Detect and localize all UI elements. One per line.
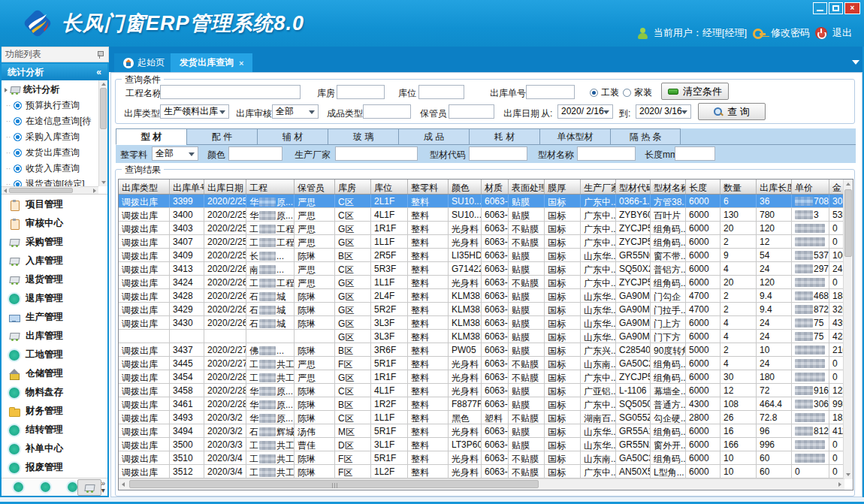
table-row[interactable]: 调拨出库35102020/3/4工共工程陈琳F区5R1F整料光身料6063-T5… (119, 451, 844, 465)
column-header-maker[interactable]: 生产厂家 (581, 180, 616, 194)
clear-conditions-button[interactable]: 清空条件 (661, 83, 729, 100)
material-tab-辅材[interactable]: 辅 材 (257, 128, 328, 145)
module-dot-icon[interactable] (14, 482, 23, 492)
tree-item-在途信息查询[待[interactable]: ··在途信息查询[待 (3, 113, 98, 129)
column-header-surface[interactable]: 表面处理 (509, 180, 545, 194)
column-header-date[interactable]: 出库日期 (204, 180, 246, 194)
tree-item-退货查询[待定][interactable]: ··退货查询[待定] (3, 177, 98, 186)
sidebar-module-入库管理[interactable]: 入库管理 (2, 252, 107, 270)
column-header-length[interactable]: 长度 (686, 180, 721, 194)
sidebar-module-退货管理[interactable]: 退货管理 (2, 270, 107, 289)
minimize-button[interactable] (813, 2, 827, 14)
tree-item-发货出库查询[interactable]: ··发货出库查询 (3, 145, 98, 161)
sidebar-module-审核中心[interactable]: 审核中心 (2, 214, 107, 233)
table-row[interactable]: 调拨出库34002020/2/25华原...严思C区4L1F整料SU10...6… (119, 208, 844, 222)
table-row[interactable]: 调拨出库34932020/3/2华原...陈琳C区1L1F整料黑色塑料不贴膜国标… (119, 411, 844, 424)
radio-gongzhuang[interactable]: 工装 (590, 86, 619, 99)
close-button[interactable]: × (844, 2, 860, 14)
tree-root-statistics[interactable]: 统计分析 (3, 82, 98, 98)
table-row[interactable]: 调拨出库34292020/2/26石城陈琳G区5R2F整料KLM38176063… (119, 303, 844, 316)
grid-horizontal-scrollbar[interactable] (119, 478, 844, 490)
tree-item-预算执行查询[interactable]: ··预算执行查询 (3, 98, 98, 113)
maker-input[interactable] (335, 146, 418, 161)
column-header-type[interactable]: 出库类型 (119, 180, 170, 194)
sidebar-module-项目管理[interactable]: 项目管理 (2, 195, 107, 214)
table-row[interactable]: 调拨出库34942020/3/2石辉城汤伟M区5R1F整料光身料6063-T5贴… (119, 424, 844, 438)
material-tab-玻璃[interactable]: 玻 璃 (328, 128, 398, 145)
sidebar-module-财务管理[interactable]: 财务管理 (2, 402, 107, 421)
tree-expander-icon[interactable] (5, 88, 8, 92)
column-header-code[interactable]: 型材代码 (616, 180, 651, 194)
tree-item-收货入库查询[interactable]: ··收货入库查询 (3, 161, 98, 177)
material-tab-型材[interactable]: 型 材 (116, 128, 186, 145)
maximize-button[interactable] (829, 2, 843, 14)
profile-code-input[interactable] (469, 146, 527, 161)
audit-select[interactable]: 全部 (272, 104, 319, 119)
sidebar-module-结转管理[interactable]: 结转管理 (2, 421, 107, 439)
warehouse-input[interactable] (337, 85, 385, 99)
column-header-warehouse[interactable]: 库房 (335, 180, 371, 194)
outbound-no-input[interactable] (526, 85, 575, 99)
collapse-icon[interactable]: « (96, 64, 101, 80)
tree-item-采购入库查询[interactable]: ··采购入库查询 (3, 129, 98, 145)
table-row[interactable]: 调拨出库34612020/2/28华原...陈琳B区1R2F整料F8877FT6… (119, 397, 844, 411)
column-header-keeper[interactable]: 保管员 (295, 180, 335, 194)
grid-vertical-scrollbar[interactable] (843, 180, 853, 479)
table-row[interactable]: 调拨出库34092020/2/25长...陈琳B区2R5F整料LI35HD606… (119, 249, 844, 262)
table-row[interactable]: G区3L3F整料KLM38176063-T5贴膜国标山东华...GA90M09.… (119, 330, 844, 343)
column-header-project[interactable]: 工程 (246, 180, 295, 194)
product-type-input[interactable] (363, 104, 411, 119)
sidebar-module-出库管理[interactable]: 出库管理 (2, 327, 107, 346)
column-header-qty[interactable]: 数量 (721, 180, 757, 194)
table-row[interactable]: 调拨出库33992020/2/25华原...严思C区2L1F整料SU10...6… (119, 195, 844, 208)
module-dot-icon[interactable] (68, 482, 77, 492)
project-name-input[interactable] (160, 85, 301, 99)
sidebar-module-采购管理[interactable]: 采购管理 (2, 233, 107, 252)
sidebar-module-生产管理[interactable]: 生产管理 (2, 308, 107, 327)
table-row[interactable]: 调拨出库34242020/2/26工工程严思G区1L1F整料光身料6063-T5… (119, 276, 844, 289)
column-header-whole[interactable]: 整零料 (408, 180, 449, 194)
tree-horizontal-scrollbar[interactable] (2, 186, 98, 194)
date-from-select[interactable]: 2020/ 2/16 (557, 104, 613, 119)
column-header-name[interactable]: 型材名称 (651, 180, 686, 194)
date-to-select[interactable]: 2020/ 3/16 (636, 104, 691, 119)
pin-icon[interactable] (96, 50, 104, 59)
outbound-type-select[interactable]: 生产领料出库 (160, 104, 229, 119)
cart-toolbar-button[interactable] (77, 479, 101, 496)
table-row[interactable]: 调拨出库34282020/2/26石城陈琳G区2L4F整料KLM38176063… (119, 289, 844, 303)
tree-vertical-scrollbar[interactable] (98, 80, 107, 186)
table-row[interactable]: 调拨出库34582020/2/28华原...陈琳C区4L1F整料光身料6063-… (119, 384, 844, 397)
table-row[interactable]: 调拨出库34302020/2/26石城陈琳G区3L3F整料KLM38176063… (119, 316, 844, 330)
radio-jiazhuang[interactable]: 家装 (623, 86, 652, 99)
profile-name-input[interactable] (577, 146, 636, 161)
column-header-location[interactable]: 库位 (371, 180, 408, 194)
table-row[interactable]: 调拨出库34542020/2/28工共工程严思G区1R1F整料光身料6063-T… (119, 370, 844, 384)
material-tab-成品[interactable]: 成 品 (398, 128, 469, 145)
logout-link[interactable]: 退出 (832, 26, 852, 40)
column-header-no[interactable]: 出库单号 (170, 180, 204, 194)
sidebar-module-仓储管理[interactable]: 仓储管理 (2, 364, 107, 383)
column-header-outlen[interactable]: 出库长度 (757, 180, 792, 194)
tabbar-dropdown-icon[interactable] (852, 60, 859, 65)
material-tab-耗材[interactable]: 耗 材 (469, 128, 539, 145)
sidebar-module-物料盘存[interactable]: 物料盘存 (2, 383, 107, 402)
tab-home[interactable]: 起始页 (114, 53, 174, 72)
column-header-price[interactable]: 单价 (792, 180, 829, 194)
length-input[interactable] (675, 146, 715, 161)
table-row[interactable]: 调拨出库35002020/3/3工共工程曹佳D区3L1F整料LT3P606063… (119, 438, 844, 451)
whole-part-select[interactable]: 全部 (152, 146, 198, 161)
material-tab-单体型材[interactable]: 单体型材 (539, 128, 610, 145)
sidebar-module-报废管理[interactable]: 报废管理 (2, 458, 107, 477)
column-header-material[interactable]: 材质 (482, 180, 509, 194)
tab-close-icon[interactable]: × (239, 59, 243, 68)
section-header-statistics[interactable]: 统计分析 « (2, 64, 107, 80)
table-row[interactable]: 调拨出库35122020/3/4工共工程陈琳F区1L2F整料光身料6063-T5… (119, 465, 844, 478)
table-row[interactable]: 调拨出库34452020/2/27工共工程严思F区5R1F整料光身料6063-T… (119, 357, 844, 370)
column-header-color[interactable]: 颜色 (449, 180, 482, 194)
sidebar-module-工地管理[interactable]: 工地管理 (2, 346, 107, 364)
table-row[interactable]: 调拨出库34032020/2/25工工程严思G区1R1F整料光身料6063-T5… (119, 222, 844, 235)
tab-shipment-outbound-query[interactable]: 发货出库查询 × (171, 53, 252, 72)
material-tab-隔热条[interactable]: 隔 热 条 (610, 128, 681, 145)
change-password-link[interactable]: 修改密码 (771, 26, 810, 40)
table-row[interactable]: 调拨出库34372020/2/27佛...陈琳B区3R6F整料PW056063-… (119, 343, 844, 357)
